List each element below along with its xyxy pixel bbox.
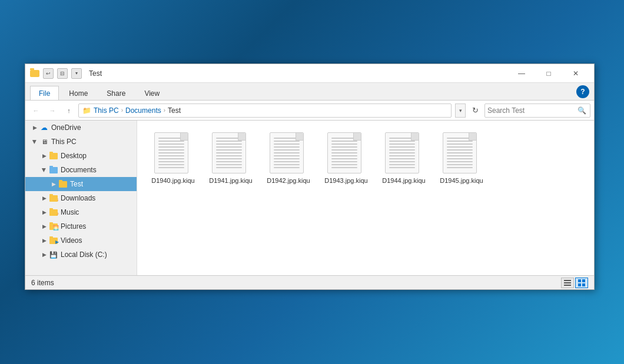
test-folder-icon [58, 179, 68, 189]
music-folder-icon: ♪ [49, 208, 58, 217]
svg-rect-4 [582, 279, 585, 282]
file-name-3: D1943.jpg.kiqu [324, 177, 367, 185]
view-detail-button[interactable] [561, 278, 574, 288]
pictures-folder-icon: 🌅 [49, 222, 58, 231]
file-name-4: D1944.jpg.kiqu [382, 177, 425, 185]
sidebar-label-downloads: Downloads [61, 194, 95, 202]
maximize-button[interactable]: □ [535, 64, 562, 83]
sidebar-item-thispc[interactable]: ▶ 🖥 This PC [25, 135, 137, 149]
file-icon-1 [212, 132, 250, 175]
thispc-icon: 🖥 [39, 137, 49, 146]
breadcrumb-test: Test [168, 106, 181, 115]
sidebar-item-downloads[interactable]: ▶ ↓ Downloads [25, 191, 137, 205]
file-explorer-window: ↩ ⊟ ▾ Test — □ ✕ File Home Share View ? … [25, 64, 595, 290]
ribbon-tabs: File Home Share View ? [25, 83, 594, 101]
file-name-0: D1940.jpg.kiqu [151, 177, 194, 185]
file-name-2: D1942.jpg.kiqu [267, 177, 310, 185]
file-icon-2 [270, 132, 307, 175]
window-controls: — □ ✕ [508, 64, 589, 83]
address-bar: ← → ↑ 📁 This PC › Documents › Test ▾ ↻ 🔍 [25, 101, 594, 121]
documents-folder-icon [49, 165, 58, 175]
detail-view-icon [563, 279, 572, 287]
sidebar-label-desktop: Desktop [61, 152, 87, 160]
svg-rect-0 [564, 280, 571, 281]
tab-file[interactable]: File [30, 86, 59, 100]
view-tile-button[interactable] [575, 278, 588, 288]
sidebar-item-localdisk[interactable]: ▶ 💾 Local Disk (C:) [25, 248, 137, 262]
main-area: ▶ ☁ OneDrive ▶ 🖥 This PC ▶ Des [25, 121, 594, 275]
status-bar: 6 items [25, 275, 594, 289]
search-icon[interactable]: 🔍 [576, 105, 588, 116]
sidebar-label-videos: Videos [61, 236, 82, 245]
help-button[interactable]: ? [576, 85, 589, 98]
file-item-4[interactable]: D1944.jpg.kiqu [377, 130, 430, 187]
sidebar-label-music: Music [61, 208, 79, 216]
downloads-folder-icon: ↓ [49, 193, 58, 203]
title-bar: ↩ ⊟ ▾ Test — □ ✕ [25, 64, 594, 83]
file-icon-5 [443, 132, 480, 175]
search-box: 🔍 [484, 103, 590, 118]
sidebar-item-desktop[interactable]: ▶ Desktop [25, 149, 137, 163]
forward-button[interactable]: → [45, 103, 59, 118]
close-button[interactable]: ✕ [562, 64, 589, 83]
tile-view-icon [577, 279, 586, 287]
sidebar-item-videos[interactable]: ▶ ▶ Videos [25, 233, 137, 248]
search-input[interactable] [487, 106, 576, 115]
sidebar-item-test[interactable]: ▶ Test [25, 177, 137, 191]
localdisk-icon: 💾 [49, 250, 58, 259]
sidebar-item-onedrive[interactable]: ▶ ☁ OneDrive [25, 121, 137, 135]
breadcrumb-folder-icon: 📁 [82, 106, 91, 115]
sidebar-item-music[interactable]: ▶ ♪ Music [25, 205, 137, 219]
sidebar-item-pictures[interactable]: ▶ 🌅 Pictures [25, 219, 137, 233]
expand-arrow-documents: ▶ [39, 165, 49, 175]
file-item-0[interactable]: D1940.jpg.kiqu [147, 130, 200, 187]
breadcrumb-dropdown[interactable]: ▾ [455, 103, 466, 118]
svg-rect-3 [578, 279, 581, 282]
file-item-5[interactable]: D1945.jpg.kiqu [435, 130, 488, 187]
file-name-5: D1945.jpg.kiqu [440, 177, 483, 185]
file-item-2[interactable]: D1942.jpg.kiqu [262, 130, 315, 187]
sidebar-item-documents[interactable]: ▶ Documents [25, 163, 137, 177]
file-item-1[interactable]: D1941.jpg.kiqu [204, 130, 257, 187]
sidebar-label-pictures: Pictures [61, 222, 86, 231]
tab-view[interactable]: View [135, 86, 168, 100]
window-title: Test [87, 69, 508, 78]
file-icon-3 [327, 132, 365, 175]
item-count: 6 items [31, 279, 54, 287]
expand-arrow-thispc: ▶ [30, 137, 39, 146]
refresh-button[interactable]: ↻ [468, 103, 482, 118]
sidebar-label-thispc: This PC [51, 138, 77, 146]
sidebar-label-test: Test [70, 180, 83, 188]
title-bar-icon: ↩ ⊟ ▾ [30, 68, 83, 79]
expand-arrow-test: ▶ [49, 179, 58, 189]
expand-arrow-pictures: ▶ [39, 222, 49, 231]
sidebar-label-documents: Documents [61, 166, 97, 174]
expand-arrow-videos: ▶ [39, 236, 49, 245]
breadcrumb[interactable]: 📁 This PC › Documents › Test [78, 103, 452, 118]
file-icon-4 [385, 132, 423, 175]
svg-rect-1 [564, 282, 571, 283]
back-button[interactable]: ← [29, 103, 43, 118]
desktop-folder-icon [49, 151, 58, 161]
sidebar-label-onedrive: OneDrive [51, 123, 81, 132]
file-icon-0 [154, 132, 192, 175]
qat-properties-button[interactable]: ⊟ [57, 68, 68, 79]
svg-rect-5 [578, 283, 581, 286]
tab-share[interactable]: Share [98, 86, 134, 100]
breadcrumb-thispc[interactable]: This PC [94, 106, 119, 115]
minimize-button[interactable]: — [508, 64, 535, 83]
expand-arrow-localdisk: ▶ [39, 250, 49, 259]
sidebar: ▶ ☁ OneDrive ▶ 🖥 This PC ▶ Des [25, 121, 137, 275]
breadcrumb-documents[interactable]: Documents [125, 106, 161, 115]
up-button[interactable]: ↑ [62, 103, 76, 118]
file-item-3[interactable]: D1943.jpg.kiqu [320, 130, 373, 187]
content-area: D1940.jpg.kiqu D1941.jpg.kiqu [137, 121, 594, 275]
expand-arrow-music: ▶ [39, 208, 49, 217]
file-name-1: D1941.jpg.kiqu [209, 177, 252, 185]
qat-dropdown-button[interactable]: ▾ [71, 68, 82, 79]
tab-home[interactable]: Home [60, 86, 97, 100]
qat-undo-button[interactable]: ↩ [43, 68, 54, 79]
expand-arrow-downloads: ▶ [39, 193, 49, 203]
videos-folder-icon: ▶ [49, 236, 58, 245]
svg-rect-6 [582, 283, 585, 286]
